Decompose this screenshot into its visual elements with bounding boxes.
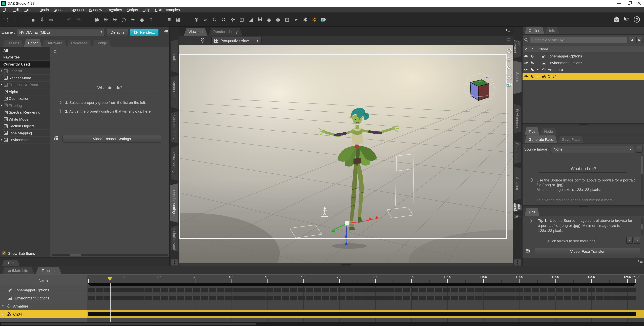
toolbar-icon[interactable]	[183, 14, 192, 24]
expand-icon[interactable]	[2, 313, 6, 316]
keyframe-bar[interactable]	[88, 288, 636, 292]
pane-menu-icon[interactable]	[506, 28, 511, 33]
visibility-eye-icon[interactable]	[524, 74, 528, 78]
scene-node-row[interactable]: Tonemapper Options	[522, 53, 644, 60]
toolbar-icon[interactable]: ⊕	[192, 14, 201, 24]
viewport-tab[interactable]: Render Library	[208, 28, 242, 36]
filter-search-icon[interactable]	[524, 38, 528, 42]
menu-item[interactable]: Connect	[70, 8, 84, 12]
timeline-row-track[interactable]	[87, 310, 644, 318]
expand-arrow-icon[interactable]: ▶	[1, 104, 2, 107]
expand-arrow-icon[interactable]: ▶	[1, 84, 2, 86]
toolbar-icon[interactable]: ◈	[264, 14, 274, 24]
scene-node-row[interactable]: Environment Options	[522, 60, 644, 66]
pane-splitter[interactable]	[522, 123, 644, 126]
pane-splitter[interactable]	[522, 205, 644, 208]
face-transfer-tab[interactable]: Generate Face	[524, 136, 557, 143]
expand-arrow-icon[interactable]: ▶	[1, 139, 2, 141]
camera-view-select[interactable]: Perspective View ▼	[211, 37, 262, 44]
playhead-marker[interactable]	[108, 277, 112, 281]
tab-tips[interactable]: Tips	[2, 260, 20, 266]
toolbar-icon[interactable]: ◷	[119, 14, 128, 24]
menu-item[interactable]: Window	[89, 8, 102, 12]
toolbar-icon[interactable]: ✳	[110, 14, 119, 24]
viewport-tab[interactable]: Viewport	[184, 28, 208, 36]
timeline-row-name[interactable]: Tonemapper Options	[0, 286, 87, 294]
toolbar-icon[interactable]: ➣	[292, 14, 301, 24]
tips-node-tab[interactable]: Tips	[524, 128, 540, 135]
timeline-row-name[interactable]: Environment Options	[0, 294, 87, 302]
toolbar-icon[interactable]: ↷	[74, 14, 83, 24]
property-group-item[interactable]: ▶ G Environment	[0, 136, 50, 144]
video-render-settings-button[interactable]: Video: Render Settings	[62, 135, 161, 142]
menu-item[interactable]: Render	[54, 8, 66, 12]
engine-select[interactable]: NVIDIA Iray (MDL) ▼	[17, 28, 105, 36]
filter-prev-button[interactable]: ◀	[629, 37, 635, 43]
toolbar-icon[interactable]	[156, 14, 165, 24]
face-transfer-tab[interactable]: Save Face	[558, 136, 584, 143]
tab-scroll-arrows[interactable]: ▲▼	[171, 260, 178, 266]
toolbar-icon[interactable]: ⊞	[282, 14, 292, 24]
toolbar-icon[interactable]: ▢	[1, 14, 10, 24]
render-settings-tab[interactable]: Editor	[24, 39, 42, 47]
selectable-cursor-icon[interactable]	[530, 61, 534, 65]
col-visibility[interactable]: V	[522, 46, 530, 52]
defaults-button[interactable]: Defaults	[107, 28, 128, 36]
property-group-item[interactable]: ▶ G Currently Used	[0, 61, 50, 68]
menu-item[interactable]: SDK Examples	[155, 8, 180, 12]
toolbar-icon[interactable]: ≡	[165, 14, 174, 24]
pane-menu-icon[interactable]	[163, 30, 168, 34]
ds-home-icon[interactable]	[613, 16, 620, 23]
menu-item[interactable]: Create	[24, 8, 36, 12]
filter-next-button[interactable]: ▶	[636, 37, 643, 43]
prev-tip-button[interactable]: <	[626, 237, 633, 244]
toolbar-icon[interactable]: ◉	[92, 14, 101, 24]
menu-item[interactable]: Edit	[14, 8, 20, 12]
timeline-tab[interactable]: aniMate Lite	[2, 267, 34, 274]
property-group-item[interactable]: ▶ G Filtering	[0, 102, 50, 109]
dock-tab[interactable]: Scene	[514, 60, 522, 94]
col-selectability[interactable]: S	[530, 46, 537, 52]
horizontal-scrollbar[interactable]	[52, 254, 168, 256]
zoom-icon[interactable]	[506, 65, 512, 70]
toolbar-icon[interactable]: ↶	[65, 14, 74, 24]
minimize-button[interactable]	[614, 0, 624, 7]
dock-tab[interactable]: Draw Settings	[171, 146, 178, 181]
timeline-row-track[interactable]	[87, 302, 644, 310]
toolbar-icon[interactable]: ✛	[228, 14, 237, 24]
property-group-item[interactable]: ▶ G Section Objects	[0, 123, 50, 130]
render-settings-tab[interactable]: Presets	[3, 40, 23, 47]
property-group-item[interactable]: ▶ G White Mode	[0, 116, 50, 123]
toolbar-icon[interactable]: ⊗	[274, 14, 282, 24]
render-settings-tab[interactable]: Hardware	[42, 40, 66, 47]
timeline-row[interactable]: Tonemapper Options	[0, 286, 644, 294]
visibility-eye-icon[interactable]	[524, 68, 528, 72]
render-settings-tab[interactable]: Canvases	[67, 40, 92, 47]
vertical-scrollbar[interactable]	[641, 155, 644, 201]
expand-icon[interactable]	[537, 68, 541, 71]
property-group-item[interactable]: ▶ G Optimization	[0, 95, 50, 102]
dock-tab[interactable]: Parameters	[514, 140, 521, 164]
toolbar-icon[interactable]: ▦	[174, 14, 183, 24]
dock-tab[interactable]: Environment	[514, 104, 521, 134]
viewport-bottom-bar[interactable]	[179, 263, 513, 266]
col-node[interactable]: Node	[537, 46, 644, 52]
dock-tab[interactable]: ing	[514, 214, 521, 219]
view-cube-front-label[interactable]: Front	[484, 76, 491, 80]
restore-button[interactable]	[624, 0, 634, 7]
property-group-item[interactable]: ▶ G All	[0, 47, 50, 54]
toolbar-icon[interactable]: ➢	[201, 14, 210, 24]
filter-input[interactable]	[530, 37, 627, 43]
toolbar-icon[interactable]: M	[256, 14, 264, 24]
dock-tab[interactable]: Render Settings	[170, 183, 178, 223]
toolbar-icon[interactable]: ◆	[138, 14, 146, 24]
dock-tab[interactable]: Aux Viewport	[514, 39, 521, 58]
keyframe-bar[interactable]	[88, 312, 636, 316]
scene-node-row[interactable]: Ch34	[522, 73, 644, 80]
dock-tab[interactable]: Simulation Settin	[171, 225, 178, 252]
timeline-row[interactable]: Environment Options	[0, 294, 644, 302]
outline-tab[interactable]: Outline	[524, 26, 544, 34]
viewport-options-icon[interactable]	[506, 38, 510, 42]
expand-icon[interactable]	[537, 75, 541, 78]
toolbar-icon[interactable]: ⇨	[47, 14, 56, 24]
